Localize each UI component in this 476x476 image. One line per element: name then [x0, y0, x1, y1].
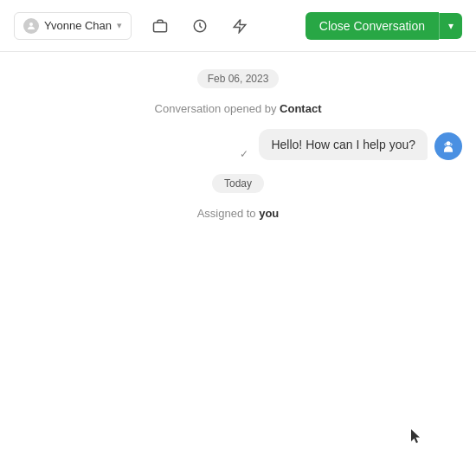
- lightning-button[interactable]: [225, 11, 254, 41]
- system-open-text: Conversation opened by: [155, 102, 280, 115]
- svg-rect-1: [154, 23, 167, 32]
- read-checkmark-icon: ✓: [240, 148, 248, 160]
- assigned-text: Assigned to: [197, 207, 260, 220]
- header-left: Yvonne Chan ▾: [14, 11, 254, 41]
- assigned-message: Assigned to you: [14, 207, 462, 220]
- chat-header: Yvonne Chan ▾: [0, 0, 476, 52]
- close-conversation-button[interactable]: Close Conversation: [306, 12, 439, 40]
- clock-icon: [192, 18, 208, 34]
- bot-avatar: [434, 132, 462, 160]
- assignee-dropdown[interactable]: Yvonne Chan ▾: [14, 12, 132, 40]
- date-badge: Feb 06, 2023: [14, 69, 462, 88]
- suitcase-icon: [152, 18, 168, 34]
- svg-point-4: [447, 141, 451, 145]
- today-label: Today: [212, 174, 264, 193]
- message-bubble: Hello! How can I help you?: [259, 129, 428, 160]
- bot-icon: [440, 138, 457, 155]
- user-icon: [23, 18, 39, 34]
- date-label: Feb 06, 2023: [197, 69, 280, 88]
- message-text: Hello! How can I help you?: [271, 138, 415, 151]
- message-row: ✓ Hello! How can I help you?: [14, 129, 462, 160]
- assignee-name: Yvonne Chan: [44, 19, 112, 32]
- chat-area: Feb 06, 2023 Conversation opened by Cont…: [0, 52, 476, 237]
- system-open-message: Conversation opened by Contact: [14, 102, 462, 115]
- system-contact-label: Contact: [280, 102, 321, 115]
- suitcase-button[interactable]: [145, 11, 175, 41]
- close-conversation-dropdown-button[interactable]: ▾: [439, 13, 462, 39]
- assigned-you-label: you: [259, 207, 279, 220]
- cursor: [411, 429, 421, 445]
- dropdown-chevron-icon: ▾: [117, 20, 122, 31]
- svg-point-0: [29, 23, 33, 26]
- clock-button[interactable]: [185, 11, 215, 41]
- header-icons: [145, 11, 254, 41]
- lightning-icon: [232, 18, 248, 34]
- today-badge: Today: [14, 174, 462, 193]
- header-right: Close Conversation ▾: [306, 12, 462, 40]
